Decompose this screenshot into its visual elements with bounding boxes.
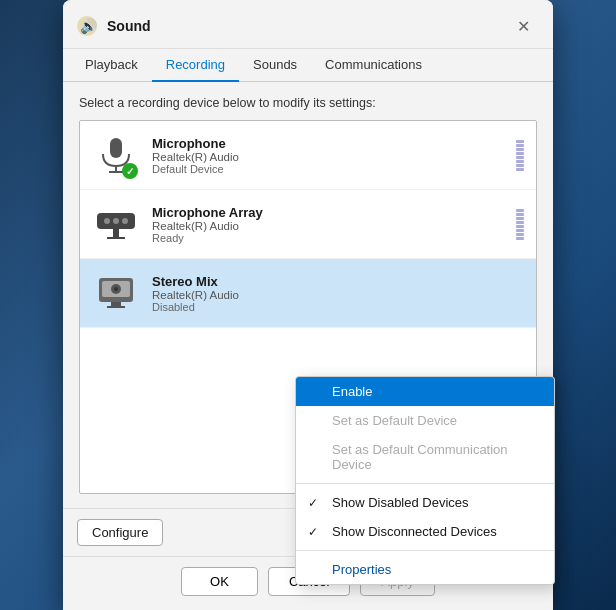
svg-point-7	[113, 218, 119, 224]
tab-bar: Playback Recording Sounds Communications	[63, 49, 553, 82]
svg-text:🔊: 🔊	[80, 18, 98, 35]
svg-rect-15	[111, 302, 121, 306]
svg-point-8	[122, 218, 128, 224]
device-status: Disabled	[152, 301, 524, 313]
context-menu: Enable Set as Default Device Set as Defa…	[295, 376, 555, 585]
window-title: Sound	[107, 18, 509, 34]
device-info-microphone: Microphone Realtek(R) Audio Default Devi…	[152, 136, 508, 175]
context-enable[interactable]: Enable	[296, 377, 554, 406]
device-driver: Realtek(R) Audio	[152, 151, 508, 163]
device-driver: Realtek(R) Audio	[152, 220, 508, 232]
check-icon: ✓	[308, 496, 318, 510]
instruction-text: Select a recording device below to modif…	[79, 96, 537, 110]
context-show-disabled[interactable]: ✓ Show Disabled Devices	[296, 488, 554, 517]
device-name: Microphone	[152, 136, 508, 151]
context-separator-1	[296, 483, 554, 484]
svg-rect-16	[107, 306, 125, 308]
svg-point-14	[114, 287, 118, 291]
device-info-microphone-array: Microphone Array Realtek(R) Audio Ready	[152, 205, 508, 244]
svg-rect-2	[110, 138, 122, 158]
signal-bars-microphone	[516, 140, 524, 171]
sound-icon: 🔊	[75, 14, 99, 38]
device-status: Default Device	[152, 163, 508, 175]
tab-recording[interactable]: Recording	[152, 49, 239, 82]
device-name: Microphone Array	[152, 205, 508, 220]
tab-communications[interactable]: Communications	[311, 49, 436, 82]
ok-button[interactable]: OK	[181, 567, 258, 596]
svg-rect-9	[113, 229, 119, 237]
configure-button[interactable]: Configure	[77, 519, 163, 546]
device-name: Stereo Mix	[152, 274, 524, 289]
close-button[interactable]: ✕	[509, 12, 537, 40]
microphone-icon: ✓	[92, 131, 140, 179]
device-list: ✓ Microphone Realtek(R) Audio Default De…	[79, 120, 537, 494]
default-badge: ✓	[122, 163, 138, 179]
check-icon: ✓	[308, 525, 318, 539]
stereo-mix-icon	[92, 269, 140, 317]
svg-rect-10	[107, 237, 125, 239]
context-set-default: Set as Default Device	[296, 406, 554, 435]
main-content: Select a recording device below to modif…	[63, 82, 553, 508]
device-driver: Realtek(R) Audio	[152, 289, 524, 301]
device-info-stereo-mix: Stereo Mix Realtek(R) Audio Disabled	[152, 274, 524, 313]
title-bar: 🔊 Sound ✕	[63, 0, 553, 49]
svg-point-6	[104, 218, 110, 224]
device-item-microphone-array[interactable]: Microphone Array Realtek(R) Audio Ready	[80, 190, 536, 259]
device-item-microphone[interactable]: ✓ Microphone Realtek(R) Audio Default De…	[80, 121, 536, 190]
tab-sounds[interactable]: Sounds	[239, 49, 311, 82]
context-set-default-comm: Set as Default Communication Device	[296, 435, 554, 479]
context-properties[interactable]: Properties	[296, 555, 554, 584]
tab-playback[interactable]: Playback	[71, 49, 152, 82]
context-separator-2	[296, 550, 554, 551]
device-status: Ready	[152, 232, 508, 244]
microphone-array-icon	[92, 200, 140, 248]
signal-bars-microphone-array	[516, 209, 524, 240]
sound-dialog: 🔊 Sound ✕ Playback Recording Sounds Comm…	[63, 0, 553, 610]
context-show-disconnected[interactable]: ✓ Show Disconnected Devices	[296, 517, 554, 546]
device-item-stereo-mix[interactable]: Stereo Mix Realtek(R) Audio Disabled	[80, 259, 536, 328]
